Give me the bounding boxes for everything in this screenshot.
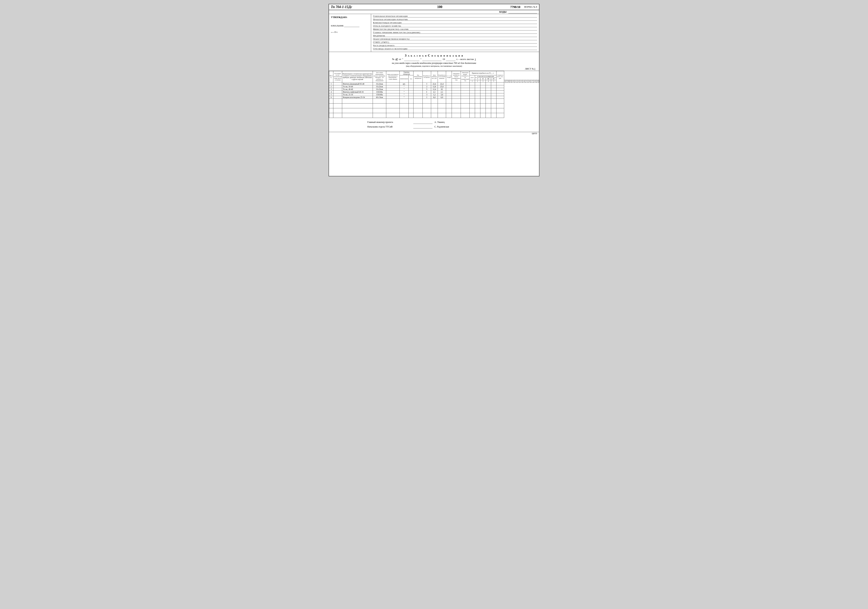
cell-empty xyxy=(496,108,504,113)
cell-empty xyxy=(409,99,414,103)
cell-code-mat xyxy=(414,88,423,90)
th-col19: 19 xyxy=(536,80,539,83)
cell-need-launch: 3,6 xyxy=(438,93,446,96)
sheet-prefix: ЛИСТ № xyxy=(525,67,534,70)
th-col12: 12 xyxy=(517,80,520,83)
cell-pos xyxy=(333,90,342,93)
cell-empty xyxy=(461,103,470,108)
cell-q3 xyxy=(485,88,491,90)
cell-empty xyxy=(329,108,333,113)
cell-empty xyxy=(431,113,438,118)
stamp-text: ЦИТП xyxy=(532,132,537,135)
cell-empty xyxy=(431,103,438,108)
cell-q4 xyxy=(491,85,496,88)
cell-q3 xyxy=(485,82,491,85)
table-row-empty xyxy=(329,99,539,103)
cell-empty xyxy=(414,113,423,118)
cell-expected xyxy=(452,82,461,85)
codes-label: КОДЫ xyxy=(499,11,507,13)
org-field-value xyxy=(434,41,537,43)
org-field-label: Генеральная проектная организация xyxy=(373,15,434,17)
codes-section: КОДЫ xyxy=(329,10,539,14)
cell-pos xyxy=(333,82,342,85)
cell-empty xyxy=(496,103,504,108)
cell-code-mat xyxy=(414,96,423,99)
org-field-label: Комплектующая организация xyxy=(373,22,434,24)
org-field-value xyxy=(434,34,537,37)
cell-empty xyxy=(491,99,496,103)
cell-type: 45с13нж xyxy=(373,96,386,99)
doc-code: Тп 704-1-15Дс xyxy=(331,5,369,9)
cell-empty xyxy=(485,108,491,113)
cell-empty xyxy=(386,103,400,108)
org-field-label: Министерство (ведомство)–заказчик xyxy=(373,28,434,30)
cell-empty xyxy=(475,113,480,118)
spec-title-section: З а к а з н а я С п е ц и ф и к а ц и я … xyxy=(329,52,539,71)
cell-price: 12,4 xyxy=(431,88,438,90)
cell-need-launch: 6,0 xyxy=(438,96,446,99)
cell-on-stock xyxy=(446,96,452,99)
th-need-launch: Потребность на пусковой комплекс xyxy=(438,71,446,83)
document-page: Тп 704-1-15Дс 100 7798/10 ФОРМА № 8 КОДЫ… xyxy=(329,4,539,177)
th-unit-code: код xyxy=(409,75,414,83)
cell-code-unit xyxy=(409,96,414,99)
th-col15: 15 xyxy=(525,80,528,83)
spec-number: 47 xyxy=(395,58,398,61)
cell-need: I· xyxy=(423,90,431,93)
org-field-row: Министерство (ведомство)–заказчик xyxy=(373,28,537,31)
th-q2: II xyxy=(480,77,485,80)
cell-expected xyxy=(452,88,461,90)
cell-empty xyxy=(342,103,373,108)
cell-type: 15б16бк xyxy=(373,93,386,96)
right-number: 7798/10 xyxy=(510,5,520,9)
utv-label: УТВЕРЖДАЮ: xyxy=(331,16,369,19)
cell-q4 xyxy=(491,96,496,99)
cell-empty xyxy=(480,113,485,118)
cell-need-launch: 25,6 xyxy=(438,85,446,88)
org-field-value xyxy=(434,15,537,17)
cell-q1 xyxy=(475,90,480,93)
cell-price: 6,0 xyxy=(431,96,438,99)
cell-expected xyxy=(452,90,461,93)
th-maker: Завод–изготовитель (для импортного обору… xyxy=(386,71,400,83)
cell-empty xyxy=(342,113,373,118)
cell-q3 xyxy=(485,96,491,99)
cell-q1 xyxy=(475,96,480,99)
cell-q4 xyxy=(491,88,496,90)
th-col4: 4 xyxy=(485,80,491,83)
cell-total xyxy=(470,82,475,85)
table-row-empty xyxy=(329,113,539,118)
cell-on-stock xyxy=(446,93,452,96)
cell-empty xyxy=(423,99,431,103)
cell-empty xyxy=(414,99,423,103)
spec-total-sheets: 1 xyxy=(474,58,476,61)
cell-empty xyxy=(400,103,409,108)
cell-empty xyxy=(475,103,480,108)
org-field-row: ГУМТС (УМТС) xyxy=(373,41,537,43)
cell-empty xyxy=(409,108,414,113)
org-field-row: Генеральная проектная организация xyxy=(373,15,537,17)
cell-empty xyxy=(373,113,386,118)
cell-num: 3 xyxy=(329,88,333,90)
cell-need: 2 xyxy=(423,85,431,88)
th-on-stock: в т. ч. на складе xyxy=(446,71,452,83)
cell-q4 xyxy=(491,90,496,93)
cell-total xyxy=(470,88,475,90)
head-dept-label: Начальник отдела ТТСиВ xyxy=(367,126,411,128)
cell-code-unit xyxy=(409,82,414,85)
cell-q2 xyxy=(480,90,485,93)
nachalnik-label: НАЧАЛЬНИК xyxy=(331,25,369,27)
cell-empty xyxy=(470,99,475,103)
cell-empty xyxy=(470,113,475,118)
cell-need-launch: 2,1 xyxy=(438,90,446,93)
cell-q3 xyxy=(485,90,491,93)
cell-code-unit xyxy=(409,93,414,96)
th-num: № п. п. xyxy=(329,71,333,83)
table-row-empty xyxy=(329,108,539,113)
cell-expected xyxy=(452,85,461,88)
cell-empty xyxy=(386,113,400,118)
chief-engineer-sig xyxy=(413,121,432,124)
cell-empty xyxy=(452,108,461,113)
footer-section: Главный инженер проекта А. Уманец Началь… xyxy=(329,118,539,132)
top-bar: Тп 704-1-15Дс 100 7798/10 ФОРМА № 8 xyxy=(329,4,539,10)
